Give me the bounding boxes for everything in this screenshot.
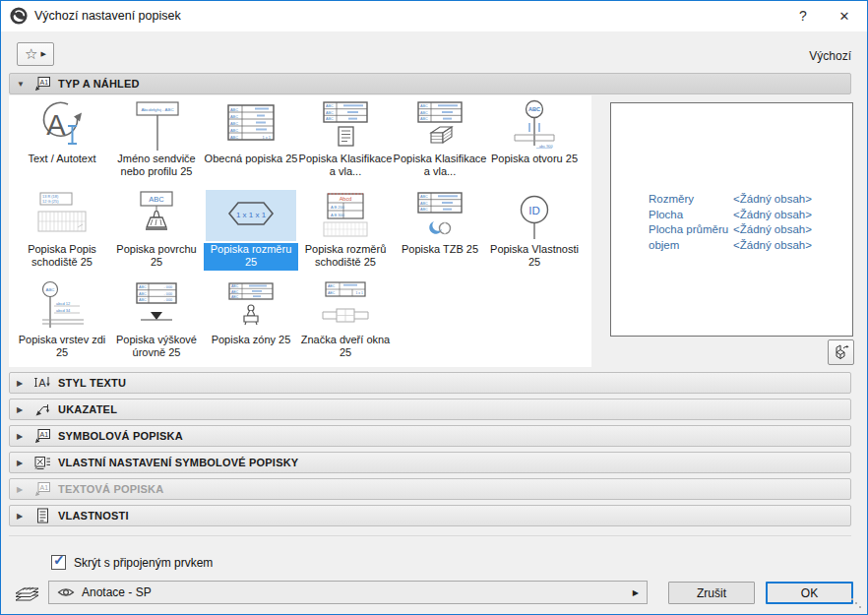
svg-text:ABC: ABC (328, 291, 336, 295)
section-properties[interactable]: ▶ VLASTNOSTI (9, 505, 851, 526)
svg-text:ABC: ABC (420, 104, 428, 108)
svg-text:A: A (46, 109, 66, 141)
dialog-title: Výchozí nastavení popisek (34, 9, 181, 23)
section-type-preview[interactable]: ▼ A1 TYP A NÁHLED (9, 73, 851, 94)
svg-text:ABC: ABC (326, 111, 334, 115)
label-type-item[interactable]: ABC ABC ABC - 000 - 000 - 000 Popiska vý… (109, 277, 204, 367)
svg-text:A B 300: A B 300 (331, 213, 345, 217)
label-type-grid: A Text / Autotext Abcdefghij - ABC Jméno… (9, 95, 591, 367)
label-type-item-selected[interactable]: 1 x 1 x 1 Popiska rozměru 25 (204, 186, 298, 277)
preview-3d-button[interactable] (828, 339, 854, 365)
svg-text:ABC: ABC (231, 284, 239, 288)
label-type-item[interactable]: ABC ABC ABC Popiska zóny 25 (204, 277, 298, 367)
section-symbol-label[interactable]: ▶ A1 SYMBOLOVÁ POPISKA (9, 425, 851, 447)
preview-field-name: Plocha průměru (649, 222, 733, 238)
section-label: VLASTNÍ NASTAVENÍ SYMBOLOVÉ POPISKY (58, 457, 298, 468)
classification-doc-label-icon: ABC ABC ABC (318, 99, 373, 151)
general-label-icon: ABC ABC ABC ABC ABC 1 x 1 (223, 99, 279, 151)
preview-field-name: Rozměry (649, 192, 733, 208)
svg-text:ABC: ABC (230, 114, 238, 119)
classification-brick-label-icon: ABC ABC ABC (412, 99, 467, 151)
section-label: VLASTNOSTI (58, 510, 129, 522)
combo-arrow-icon: ▶ (633, 588, 639, 597)
svg-text:ABC: ABC (328, 284, 336, 288)
stair-description-label-icon: 13 R (18) 12 G (25) (34, 190, 90, 241)
mep-label-icon: ABC ABC ABC (412, 190, 467, 241)
triangle-right-icon: ▶ (17, 485, 27, 494)
svg-text:ABC: ABC (231, 290, 239, 294)
svg-text:Abcd: Abcd (340, 196, 352, 202)
label-type-item[interactable]: Abcdefghij - ABC Jméno sendviče nebo pro… (109, 95, 204, 186)
section-label: UKAZATEL (58, 403, 117, 415)
triangle-right-icon: ▶ (17, 405, 27, 414)
text-autotext-icon: A (34, 99, 90, 151)
svg-text:- 000: - 000 (164, 292, 172, 296)
property-label-icon: ID (507, 190, 562, 241)
triangle-right-icon: ▶ (17, 379, 27, 388)
svg-text:A1: A1 (40, 431, 49, 438)
ok-button[interactable]: OK (766, 582, 853, 604)
title-bar: Výchozí nastavení popisek ? ✕ (1, 1, 867, 31)
label-type-item[interactable]: ABC ABC 1 x 1 Značka dveří okna 25 (298, 277, 393, 367)
hide-with-element-label: Skrýt s připojeným prvkem (74, 556, 213, 570)
svg-text:ABC: ABC (528, 106, 540, 112)
svg-text:12 G (25): 12 G (25) (42, 199, 59, 204)
sandwich-name-icon: Abcdefghij - ABC (129, 99, 184, 151)
svg-text:ABC: ABC (230, 128, 238, 133)
section-custom-symbol-settings[interactable]: ▶ VLASTNÍ NASTAVENÍ SYMBOLOVÉ POPISKY (9, 452, 851, 473)
label-type-item[interactable]: ABC Popiska povrchu 25 (109, 186, 204, 277)
app-logo-icon (9, 6, 29, 26)
section-text-style[interactable]: ▶ A STYL TEXTU (9, 372, 851, 394)
favorites-button[interactable]: ☆ ▶ (17, 42, 54, 66)
help-button[interactable]: ? (786, 1, 820, 31)
svg-text:ABC: ABC (230, 121, 238, 126)
layer-value: Anotace - SP (82, 585, 633, 599)
svg-text:1 x 1 x 1: 1 x 1 x 1 (236, 211, 267, 219)
stair-dimension-label-icon: Abcd A B 200 A B 300 (318, 190, 373, 241)
svg-text:ABC: ABC (230, 107, 238, 112)
chair-icon (833, 344, 849, 361)
triangle-right-icon: ▶ (17, 512, 27, 521)
section-pointer[interactable]: ▶ UKAZATEL (9, 399, 851, 420)
custom-settings-icon (33, 454, 51, 471)
section-label: TEXTOVÁ POPISKA (58, 483, 163, 495)
section-label: TYP A NÁHLED (58, 78, 140, 90)
label-type-item[interactable]: Abcd A B 200 A B 300 Popiska rozměrů sch… (298, 186, 393, 277)
symbol-label-icon: A1 (33, 427, 51, 445)
triangle-down-icon: ▼ (17, 80, 27, 89)
text-label-icon: A1 (33, 480, 51, 498)
cancel-button[interactable]: Zrušit (668, 582, 755, 604)
label-type-item[interactable]: ID Popiska Vlastnosti 25 (487, 186, 582, 277)
svg-text:- 000: - 000 (164, 285, 172, 289)
label-type-item[interactable]: A Text / Autotext (15, 95, 109, 186)
resize-grip[interactable] (851, 598, 853, 600)
eye-icon (57, 586, 75, 598)
svg-text:ABC: ABC (420, 195, 428, 199)
label-type-item[interactable]: ABC ABC ABC Popiska Klasifikace a vla... (393, 95, 487, 186)
svg-text:ABC: ABC (139, 298, 147, 302)
preview-field-value: <Žádný obsah> (733, 222, 812, 238)
preview-field-value: <Žádný obsah> (733, 238, 812, 254)
leader-line-icon (33, 400, 51, 418)
label-settings-dialog: Výchozí nastavení popisek ? ✕ ☆ ▶ Výchoz… (0, 0, 868, 615)
svg-text:ABC: ABC (420, 202, 428, 206)
hide-with-element-checkbox[interactable]: ✓ (51, 555, 66, 570)
label-type-item[interactable]: ABC ABC ABC Popiska Klasifikace a vla... (298, 95, 393, 186)
svg-text:ABC: ABC (326, 104, 334, 108)
zone-stamp-label-icon: ABC ABC ABC (223, 280, 279, 332)
svg-text:ABC: ABC (45, 287, 54, 292)
level-label-icon: ABC ABC ABC - 000 - 000 - 000 (129, 280, 184, 332)
label-type-item[interactable]: ABC ABC ABC Popiska TZB 25 (393, 186, 487, 277)
svg-text:ABC: ABC (420, 208, 428, 212)
label-type-item[interactable]: ABC abcd 12 abcd 34 Popiska vrstev zdi 2… (15, 277, 109, 367)
preview-content: Rozměry<Žádný obsah> Plocha<Žádný obsah>… (649, 192, 812, 253)
preview-field-name: objem (649, 238, 733, 254)
section-label: SYMBOLOVÁ POPISKA (58, 430, 183, 442)
label-type-item[interactable]: 13 R (18) 12 G (25) Popiska Popis schodi… (15, 186, 109, 277)
label-type-item[interactable]: ABC abc 900 Popiska otvoru 25 (487, 95, 582, 186)
svg-text:ABC: ABC (149, 195, 164, 204)
layer-selector[interactable]: Anotace - SP ▶ (48, 581, 648, 604)
label-type-item[interactable]: ABC ABC ABC ABC ABC 1 x 1 Obecná popiska… (204, 95, 298, 186)
label-preview-panel: Rozměry<Žádný obsah> Plocha<Žádný obsah>… (610, 102, 853, 337)
close-button[interactable]: ✕ (828, 1, 861, 31)
